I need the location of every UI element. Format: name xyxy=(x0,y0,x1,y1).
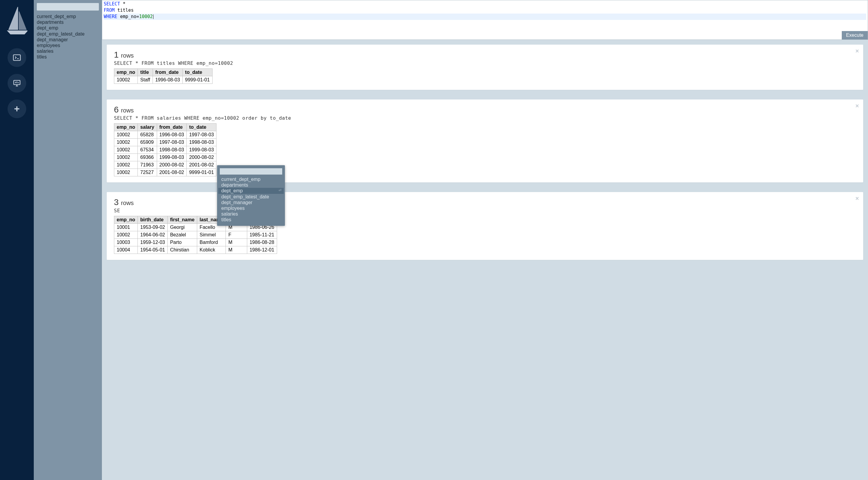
autocomplete-item[interactable]: salaries xyxy=(218,211,284,217)
sidebar-table-item[interactable]: dept_emp_latest_date xyxy=(37,31,99,37)
row-count: 6 rows xyxy=(114,105,856,115)
table-row: 100041954-05-01ChirstianKoblickM1986-12-… xyxy=(114,246,277,254)
results-area[interactable]: ×1 rowsSELECT * FROM titles WHERE emp_no… xyxy=(102,40,868,480)
close-result-button[interactable]: × xyxy=(855,48,859,55)
table-row: 10002719632000-08-022001-08-02 xyxy=(114,161,216,169)
query-text: SELECT * FROM titles WHERE emp_no=10002 xyxy=(114,60,856,66)
autocomplete-popup: current_dept_empdepartmentsdept_emp⏎dept… xyxy=(217,165,285,226)
result-table: emp_notitlefrom_dateto_date10002Staff199… xyxy=(114,68,213,84)
column-header: from_date xyxy=(153,69,182,76)
main-area: SELECT *FROM titlesWHERE emp_no=10002 Ex… xyxy=(102,0,868,480)
table-row: 10002675341998-08-031999-08-03 xyxy=(114,146,216,154)
column-header: emp_no xyxy=(114,69,138,76)
nav-presentation-button[interactable] xyxy=(7,74,26,93)
enter-key-hint-icon: ⏎ xyxy=(279,188,281,192)
table-row: 100021964-06-02BezalelSimmelF1985-11-21 xyxy=(114,231,277,239)
nav-rail xyxy=(0,0,34,480)
autocomplete-search-input[interactable] xyxy=(220,168,282,175)
plus-icon xyxy=(13,104,21,113)
execute-button[interactable]: Execute xyxy=(842,31,868,39)
autocomplete-item[interactable]: dept_emp_latest_date xyxy=(218,194,284,200)
autocomplete-item[interactable]: dept_emp⏎ xyxy=(218,188,284,193)
row-count: 1 rows xyxy=(114,50,856,60)
table-row: 10002693661999-08-032000-08-02 xyxy=(114,154,216,161)
sidebar-table-item[interactable]: titles xyxy=(37,54,99,60)
sql-editor-container: SELECT *FROM titlesWHERE emp_no=10002 Ex… xyxy=(102,0,868,40)
table-row: 10002658281996-08-031997-08-03 xyxy=(114,131,216,139)
autocomplete-item[interactable]: departments xyxy=(218,182,284,188)
presentation-icon xyxy=(13,79,21,87)
column-header: birth_date xyxy=(138,216,167,224)
table-row: 100031959-12-03PartoBamfordM1986-08-28 xyxy=(114,239,277,246)
svg-rect-0 xyxy=(13,55,20,61)
table-row: 10002659091997-08-031998-08-03 xyxy=(114,139,216,146)
sql-editor[interactable]: SELECT *FROM titlesWHERE emp_no=10002 xyxy=(102,0,868,31)
column-header: emp_no xyxy=(114,216,138,224)
sidebar-table-item[interactable]: dept_manager xyxy=(37,37,99,42)
sidebar-table-list: current_dept_empdepartmentsdept_empdept_… xyxy=(37,13,99,60)
sidebar-table-item[interactable]: current_dept_emp xyxy=(37,13,99,19)
sidebar-search-input[interactable] xyxy=(37,3,99,10)
autocomplete-item[interactable]: titles xyxy=(218,217,284,222)
sidebar-table-item[interactable]: salaries xyxy=(37,48,99,54)
app-logo xyxy=(6,6,27,35)
column-header: first_name xyxy=(167,216,197,224)
query-text: SELECT * FROM salaries WHERE emp_no=1000… xyxy=(114,115,856,121)
autocomplete-item[interactable]: employees xyxy=(218,205,284,211)
nav-terminal-button[interactable] xyxy=(7,48,26,67)
column-header: to_date xyxy=(187,124,216,131)
table-row: 10002725272001-08-029999-01-01 xyxy=(114,169,216,176)
column-header: to_date xyxy=(182,69,212,76)
nav-add-button[interactable] xyxy=(7,99,26,118)
autocomplete-item[interactable]: dept_manager xyxy=(218,200,284,205)
column-header: salary xyxy=(138,124,157,131)
terminal-icon xyxy=(13,53,21,62)
table-row: 10002Staff1996-08-039999-01-01 xyxy=(114,76,213,84)
column-header: title xyxy=(138,69,153,76)
result-table: emp_nosalaryfrom_dateto_date100026582819… xyxy=(114,123,216,176)
result-card: ×1 rowsSELECT * FROM titles WHERE emp_no… xyxy=(107,44,863,90)
sidebar: current_dept_empdepartmentsdept_empdept_… xyxy=(34,0,102,480)
close-result-button[interactable]: × xyxy=(855,102,859,110)
sidebar-table-item[interactable]: departments xyxy=(37,19,99,25)
close-result-button[interactable]: × xyxy=(855,195,859,202)
sidebar-table-item[interactable]: dept_emp xyxy=(37,25,99,31)
column-header: emp_no xyxy=(114,124,138,131)
autocomplete-item[interactable]: current_dept_emp xyxy=(218,176,284,182)
sidebar-table-item[interactable]: employees xyxy=(37,42,99,48)
column-header: from_date xyxy=(157,124,187,131)
